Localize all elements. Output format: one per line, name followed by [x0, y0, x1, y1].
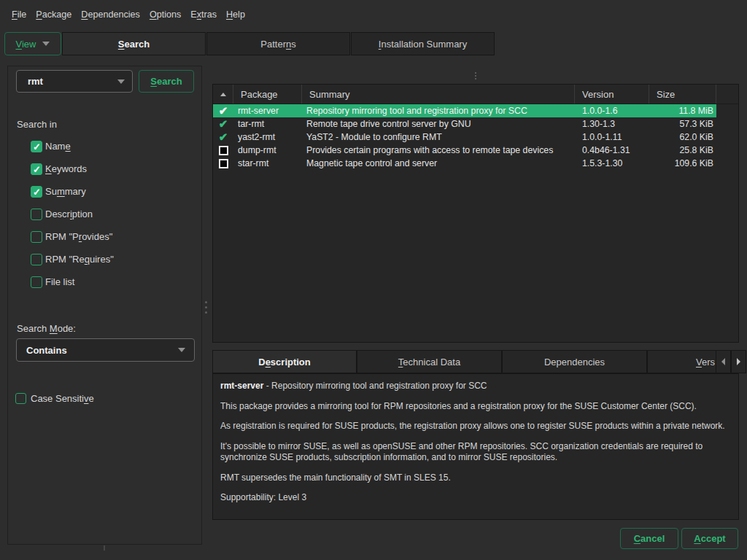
tab-dependencies[interactable]: Dependencies [502, 350, 647, 373]
package-status-cell [213, 146, 233, 155]
view-button-label: View [16, 39, 36, 50]
sort-column-header[interactable] [213, 85, 233, 104]
splitter-handle-dot[interactable] [475, 78, 476, 79]
chevron-down-icon [117, 79, 125, 84]
splitter-handle-dot[interactable] [205, 301, 207, 303]
package-version: 1.0.0-1.11 [575, 132, 649, 142]
status-install-icon[interactable]: ✔ [219, 105, 228, 117]
tab-search-label: Search [118, 39, 150, 50]
description-package-name: rmt-server [220, 381, 263, 391]
description-paragraph: As registration is required for SUSE pro… [220, 421, 731, 432]
package-row-rmt-server[interactable]: ✔rmt-serverRepository mirroring tool and… [213, 104, 716, 117]
description-title: rmt-server - Repository mirroring tool a… [220, 381, 731, 392]
package-summary: Provides certain programs with access to… [302, 145, 575, 155]
package-name: rmt-server [233, 106, 302, 116]
splitter-handle[interactable] [104, 545, 105, 551]
package-version: 1.5.3-1.30 [575, 158, 649, 168]
search-input[interactable]: rmt [16, 70, 133, 93]
package-size: 57.3 KiB [649, 119, 716, 129]
package-status-cell: ✔ [213, 118, 233, 130]
search-button[interactable]: Search [139, 70, 194, 93]
package-version: 1.0.0-1.6 [575, 106, 649, 116]
tab-versions[interactable]: Vers [647, 350, 716, 373]
package-size: 11.8 MiB [649, 106, 716, 116]
splitter-handle-dot[interactable] [475, 75, 476, 77]
search-button-label: Search [150, 76, 182, 87]
status-not-installed-icon[interactable] [219, 146, 228, 155]
package-row-yast2-rmt[interactable]: ✔yast2-rmtYaST2 - Module to configure RM… [213, 131, 716, 144]
status-installed-keep-icon[interactable]: ✔ [219, 118, 228, 130]
tab-scroll-left-button[interactable] [716, 350, 731, 373]
tab-dependencies-label: Dependencies [544, 357, 605, 368]
checked-checkbox-icon[interactable] [31, 186, 42, 198]
package-row-star-rmt[interactable]: star-rmtMagnetic tape control and server… [213, 157, 716, 170]
chevron-right-icon [737, 358, 740, 365]
tab-installation-summary[interactable]: Installation Summary [351, 32, 495, 55]
search-input-value: rmt [28, 76, 117, 87]
package-row-dump-rmt[interactable]: dump-rmtProvides certain programs with a… [213, 144, 716, 157]
checkbox-file-list[interactable]: File list [8, 271, 201, 293]
menu-help[interactable]: Help [222, 7, 250, 23]
checkbox-label: File list [45, 276, 74, 287]
column-header-size[interactable]: Size [649, 85, 716, 104]
search-in-label: Search in [17, 119, 57, 130]
unchecked-checkbox-icon[interactable] [31, 209, 42, 220]
column-header-summary-label: Summary [309, 89, 350, 100]
search-filter-list: NameKeywordsSummaryDescriptionRPM "Provi… [8, 135, 201, 293]
checked-checkbox-icon[interactable] [31, 163, 42, 175]
checkbox-rpm-requires[interactable]: RPM "Requires" [8, 248, 201, 271]
tab-scroll-right-button[interactable] [731, 350, 746, 373]
checkbox-label: RPM "Provides" [45, 231, 112, 242]
checkbox-summary[interactable]: Summary [8, 180, 201, 203]
package-summary: Remote tape drive control server by GNU [302, 119, 575, 129]
menu-extras[interactable]: Extras [186, 7, 222, 23]
checkbox-label: RPM "Requires" [45, 254, 114, 265]
tab-patterns[interactable]: Patterns [206, 32, 350, 55]
cancel-button[interactable]: Cancel [620, 528, 678, 549]
unchecked-checkbox-icon[interactable] [31, 231, 42, 243]
unchecked-checkbox-icon[interactable] [31, 276, 42, 288]
checkbox-description[interactable]: Description [8, 203, 201, 225]
menu-file[interactable]: File [12, 7, 31, 23]
tab-technical-data[interactable]: Technical Data [357, 350, 502, 373]
splitter-handle-dot[interactable] [475, 72, 476, 74]
package-table-body: ✔rmt-serverRepository mirroring tool and… [213, 104, 738, 170]
status-installed-keep-icon[interactable]: ✔ [219, 131, 228, 143]
tab-search[interactable]: Search [62, 32, 206, 55]
tab-description-label: Description [258, 357, 311, 368]
checkbox-name[interactable]: Name [8, 135, 201, 158]
view-button[interactable]: View [4, 32, 61, 55]
checked-checkbox-icon[interactable] [31, 141, 42, 152]
status-not-installed-icon[interactable] [219, 159, 228, 168]
case-sensitive-label: Case Sensitive [31, 393, 94, 404]
menu-dependencies[interactable]: Dependencies [77, 7, 145, 23]
tab-description[interactable]: Description [212, 350, 357, 373]
splitter-handle-dot[interactable] [205, 306, 207, 308]
column-header-package[interactable]: Package [233, 85, 302, 104]
package-summary: Repository mirroring tool and registrati… [302, 106, 575, 116]
case-sensitive-checkbox-box[interactable] [15, 393, 26, 404]
package-version: 0.4b46-1.31 [575, 145, 649, 155]
checkbox-label: Description [45, 209, 93, 219]
package-status-cell [213, 159, 233, 168]
checkbox-label: Summary [45, 186, 86, 197]
package-size: 62.0 KiB [649, 132, 716, 142]
checkbox-keywords[interactable]: Keywords [8, 158, 201, 180]
menu-package[interactable]: Package [31, 7, 77, 23]
splitter-handle-dot[interactable] [205, 311, 207, 314]
package-row-tar-rmt[interactable]: ✔tar-rmtRemote tape drive control server… [213, 117, 716, 131]
package-name: tar-rmt [233, 119, 302, 129]
search-panel: rmt Search Search in NameKeywordsSummary… [7, 66, 202, 545]
checkbox-rpm-provides[interactable]: RPM "Provides" [8, 225, 201, 248]
column-header-version[interactable]: Version [575, 85, 649, 104]
menu-options[interactable]: Options [144, 7, 185, 23]
description-title-rest: - Repository mirroring tool and registra… [263, 381, 487, 391]
search-mode-select[interactable]: Contains [16, 338, 195, 362]
column-header-summary[interactable]: Summary [302, 85, 575, 104]
unchecked-checkbox-icon[interactable] [31, 254, 42, 265]
checkbox-label: Name [45, 141, 71, 152]
package-status-cell: ✔ [213, 105, 233, 117]
checkbox-case-sensitive[interactable]: Case Sensitive [15, 387, 94, 410]
package-table-header[interactable]: Package Summary Version Size [213, 85, 738, 104]
accept-button[interactable]: Accept [681, 528, 738, 549]
